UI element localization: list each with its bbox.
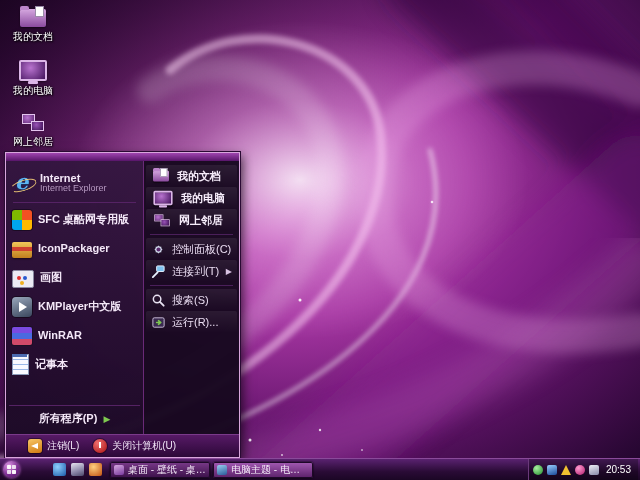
menu-item-control-panel[interactable]: 控制面板(C) bbox=[146, 238, 237, 260]
menu-item-paint[interactable]: 画图 bbox=[9, 263, 140, 292]
menu-item-my-computer[interactable]: 我的电脑 bbox=[146, 187, 237, 209]
network-tray-icon[interactable] bbox=[547, 465, 557, 475]
connect-to-icon bbox=[151, 264, 166, 279]
menu-separator bbox=[150, 285, 233, 286]
run-icon bbox=[151, 315, 166, 330]
ie-quicklaunch-icon[interactable] bbox=[53, 463, 66, 476]
taskbar-window-button-1[interactable]: 桌面 - 壁纸 - 桌酷... bbox=[110, 462, 210, 478]
menu-item-my-documents[interactable]: 我的文档 bbox=[146, 165, 237, 187]
taskbar: 桌面 - 壁纸 - 桌酷... 电脑主题 - 电脑家... 20:53 bbox=[0, 458, 640, 480]
log-off-label: 注销(L) bbox=[47, 439, 79, 453]
menu-item-label: 画图 bbox=[40, 271, 62, 283]
desktop-icon-label: 网上邻居 bbox=[13, 135, 53, 149]
notepad-icon bbox=[12, 354, 29, 375]
iconpackager-icon bbox=[12, 242, 32, 258]
start-menu-footer: 注销(L) 关闭计算机(U) bbox=[6, 434, 239, 457]
desktop-icon-my-computer[interactable]: 我的电脑 bbox=[4, 58, 62, 98]
media-player-icon[interactable] bbox=[89, 463, 102, 476]
sfc-icon bbox=[12, 210, 32, 230]
shutdown-icon bbox=[93, 439, 107, 453]
quick-launch bbox=[53, 463, 102, 476]
control-panel-icon bbox=[151, 242, 166, 257]
menu-item-label: 记事本 bbox=[35, 358, 68, 370]
submenu-arrow-icon: ▶ bbox=[226, 267, 232, 276]
logoff-icon bbox=[28, 439, 42, 453]
menu-item-kmplayer[interactable]: KMPlayer中文版 bbox=[9, 292, 140, 321]
menu-item-sfc[interactable]: SFC 桌酷网专用版 bbox=[9, 205, 140, 234]
menu-item-internet[interactable]: Internet Internet Explorer bbox=[9, 166, 140, 200]
window-icon bbox=[114, 465, 124, 475]
menu-item-sublabel: Internet Explorer bbox=[40, 184, 107, 194]
menu-item-search[interactable]: 搜索(S) bbox=[146, 289, 237, 311]
menu-item-label: SFC 桌酷网专用版 bbox=[38, 213, 129, 225]
window-title: 电脑主题 - 电脑家... bbox=[231, 463, 309, 477]
winrar-icon bbox=[12, 327, 32, 345]
taskbar-clock[interactable]: 20:53 bbox=[603, 464, 634, 475]
start-menu: Internet Internet Explorer SFC 桌酷网专用版 Ic… bbox=[5, 152, 240, 458]
my-computer-icon bbox=[153, 191, 172, 205]
start-menu-pinned-list: Internet Internet Explorer SFC 桌酷网专用版 Ic… bbox=[6, 161, 144, 434]
my-documents-icon bbox=[153, 170, 169, 181]
menu-item-label: 搜索(S) bbox=[172, 293, 209, 308]
menu-item-connect-to[interactable]: 连接到(T) ▶ bbox=[146, 260, 237, 282]
window-title: 桌面 - 壁纸 - 桌酷... bbox=[128, 463, 206, 477]
desktop-icon-network-places[interactable]: 网上邻居 bbox=[4, 112, 62, 149]
desktop-icon-my-documents[interactable]: 我的文档 bbox=[4, 5, 62, 44]
window-icon bbox=[217, 465, 227, 475]
desktop-icon-label: 我的电脑 bbox=[13, 84, 53, 98]
antivirus-tray-icon[interactable] bbox=[533, 465, 543, 475]
menu-item-label: KMPlayer中文版 bbox=[38, 300, 121, 312]
messenger-tray-icon[interactable] bbox=[575, 465, 585, 475]
all-programs-arrow-icon: ▶ bbox=[103, 414, 110, 424]
menu-item-label: 运行(R)... bbox=[172, 315, 218, 330]
menu-item-label: 连接到(T) bbox=[172, 264, 219, 279]
menu-separator bbox=[13, 202, 136, 203]
start-orb-icon bbox=[7, 465, 16, 474]
menu-item-label: IconPackager bbox=[38, 242, 110, 254]
start-button[interactable] bbox=[3, 461, 20, 478]
shut-down-button[interactable]: 关闭计算机(U) bbox=[93, 439, 176, 453]
desktop-icon-list: 我的文档 我的电脑 网上邻居 bbox=[4, 5, 62, 149]
desktop: 我的文档 我的电脑 网上邻居 Internet Internet Explore… bbox=[0, 0, 640, 480]
menu-item-label: 网上邻居 bbox=[179, 213, 223, 228]
network-places-icon bbox=[154, 213, 169, 227]
menu-item-label: 控制面板(C) bbox=[172, 242, 231, 257]
show-desktop-icon[interactable] bbox=[71, 463, 84, 476]
system-tray: 20:53 bbox=[528, 459, 638, 480]
start-menu-banner bbox=[6, 153, 239, 161]
menu-item-notepad[interactable]: 记事本 bbox=[9, 350, 140, 379]
my-documents-icon bbox=[20, 9, 46, 27]
internet-explorer-icon bbox=[12, 172, 34, 194]
network-places-icon bbox=[22, 112, 44, 132]
menu-item-label: 我的文档 bbox=[177, 169, 221, 184]
start-menu-places-list: 我的文档 我的电脑 网上邻居 控制面板(C) bbox=[144, 161, 239, 434]
volume-icon[interactable] bbox=[589, 465, 599, 475]
taskbar-window-button-2[interactable]: 电脑主题 - 电脑家... bbox=[213, 462, 313, 478]
desktop-icon-label: 我的文档 bbox=[13, 30, 53, 44]
my-computer-icon bbox=[19, 60, 47, 81]
menu-separator bbox=[150, 234, 233, 235]
shut-down-label: 关闭计算机(U) bbox=[112, 439, 176, 453]
start-menu-body: Internet Internet Explorer SFC 桌酷网专用版 Ic… bbox=[6, 161, 239, 434]
menu-item-run[interactable]: 运行(R)... bbox=[146, 311, 237, 333]
menu-item-label: WinRAR bbox=[38, 329, 82, 341]
all-programs-label: 所有程序(P) bbox=[39, 411, 98, 426]
kmplayer-icon bbox=[12, 297, 32, 317]
menu-item-label: 我的电脑 bbox=[181, 191, 225, 206]
alert-tray-icon[interactable] bbox=[561, 465, 571, 475]
all-programs-button[interactable]: 所有程序(P) ▶ bbox=[9, 405, 140, 431]
menu-item-network-places[interactable]: 网上邻居 bbox=[146, 209, 237, 231]
log-off-button[interactable]: 注销(L) bbox=[28, 439, 79, 453]
menu-item-iconpackager[interactable]: IconPackager bbox=[9, 234, 140, 263]
paint-icon bbox=[12, 270, 34, 288]
menu-item-winrar[interactable]: WinRAR bbox=[9, 321, 140, 350]
search-icon bbox=[151, 293, 166, 308]
